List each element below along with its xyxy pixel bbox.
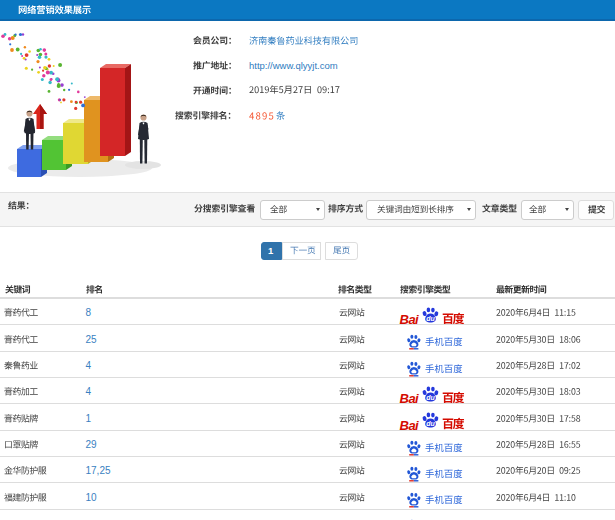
svg-text:du: du xyxy=(426,420,435,427)
svg-text:du: du xyxy=(426,393,435,400)
svg-text:du: du xyxy=(426,314,435,321)
